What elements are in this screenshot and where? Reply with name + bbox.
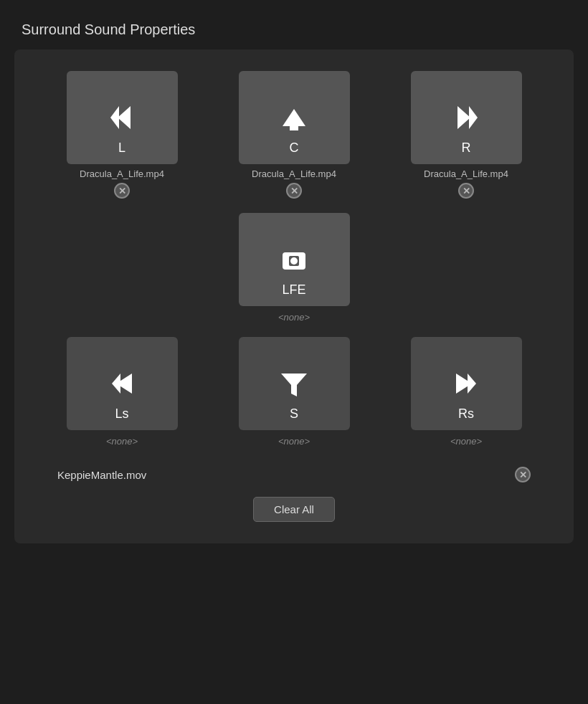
remove-icon-C: ✕	[290, 186, 298, 196]
channel-remove-L[interactable]: ✕	[114, 183, 130, 199]
remove-icon-L: ✕	[118, 186, 126, 196]
channel-label-S: S	[290, 406, 298, 422]
arrow-up-icon	[277, 100, 311, 135]
channel-cell-C: C Dracula_A_Life.mp4 ✕	[229, 71, 359, 199]
channel-cell-R: R Dracula_A_Life.mp4 ✕	[402, 71, 531, 199]
circle-dot-icon	[277, 242, 311, 277]
channel-filename-Ls: <none>	[106, 436, 138, 447]
channel-label-Rs: Rs	[458, 406, 474, 422]
channel-box-Ls[interactable]: Ls	[67, 337, 178, 430]
svg-marker-11	[281, 374, 307, 396]
svg-marker-0	[118, 106, 131, 129]
svg-point-8	[290, 257, 298, 265]
channel-icon-L	[103, 99, 141, 136]
channel-icon-C	[275, 99, 313, 136]
top-channel-row: L Dracula_A_Life.mp4 ✕	[29, 71, 559, 199]
channel-box-R[interactable]: R	[411, 71, 522, 164]
channel-label-L: L	[118, 141, 125, 156]
channel-box-L[interactable]: L	[67, 71, 178, 164]
remove-icon-R: ✕	[463, 186, 470, 196]
channel-label-R: R	[462, 141, 471, 156]
channel-icon-Ls	[103, 365, 141, 402]
svg-marker-4	[457, 106, 470, 129]
channel-cell-LFE: LFE <none>	[229, 213, 359, 323]
channel-box-Rs[interactable]: Rs	[411, 337, 522, 430]
channel-icon-Rs	[447, 365, 485, 402]
arrow-left-icon	[105, 100, 139, 135]
subfile-bar: KeppieMantle.mov ✕	[50, 467, 538, 482]
channel-box-S[interactable]: S	[239, 337, 350, 430]
svg-marker-1	[110, 106, 119, 129]
channel-label-LFE: LFE	[282, 282, 305, 298]
surround-grid: L Dracula_A_Life.mp4 ✕	[14, 49, 574, 543]
channel-box-C[interactable]: C	[239, 71, 350, 164]
funnel-icon	[277, 366, 311, 401]
clear-all-button[interactable]: Clear All	[253, 497, 335, 522]
channel-icon-S	[275, 365, 313, 402]
svg-marker-10	[112, 374, 120, 394]
surround-sound-panel: Surround Sound Properties L Dracula_A_Li…	[0, 0, 588, 704]
channel-icon-R	[447, 99, 485, 136]
arrow-right-back-icon	[449, 366, 483, 401]
svg-marker-5	[469, 106, 478, 129]
channel-filename-LFE: <none>	[278, 312, 310, 323]
channel-box-LFE[interactable]: LFE	[239, 213, 350, 306]
subfile-name: KeppieMantle.mov	[57, 469, 146, 481]
channel-remove-R[interactable]: ✕	[458, 183, 474, 199]
bottom-channel-row: Ls <none> S <none>	[29, 337, 559, 447]
channel-cell-Rs: Rs <none>	[402, 337, 531, 447]
subfile-remove-button[interactable]: ✕	[515, 467, 531, 482]
channel-cell-L: L Dracula_A_Life.mp4 ✕	[57, 71, 186, 199]
channel-filename-S: <none>	[278, 436, 310, 447]
channel-label-C: C	[290, 141, 299, 156]
panel-title: Surround Sound Properties	[14, 22, 574, 38]
channel-label-Ls: Ls	[115, 406, 128, 422]
channel-filename-Rs: <none>	[450, 436, 482, 447]
middle-channel-row: LFE <none>	[29, 213, 559, 323]
arrow-left-back-icon	[105, 366, 139, 401]
channel-filename-C: Dracula_A_Life.mp4	[252, 168, 336, 179]
svg-rect-3	[290, 122, 298, 130]
channel-icon-LFE	[275, 241, 313, 278]
clear-all-row: Clear All	[29, 497, 559, 522]
arrow-right-icon	[449, 100, 483, 135]
channel-remove-C[interactable]: ✕	[286, 183, 302, 199]
channel-filename-R: Dracula_A_Life.mp4	[424, 168, 508, 179]
channel-cell-Ls: Ls <none>	[57, 337, 186, 447]
channel-cell-S: S <none>	[229, 337, 359, 447]
svg-marker-13	[468, 374, 476, 394]
channel-filename-L: Dracula_A_Life.mp4	[80, 168, 164, 179]
subfile-remove-icon: ✕	[519, 470, 527, 480]
